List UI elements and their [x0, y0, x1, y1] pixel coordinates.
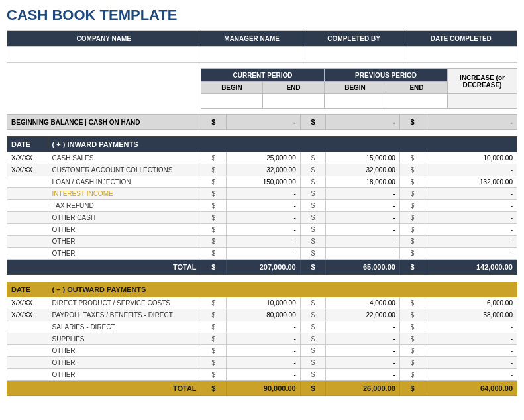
inward-row-curr3: $ — [399, 224, 425, 236]
outward-data-row: OTHER $ - $ - $ - — [7, 357, 517, 369]
current-period-header: CURRENT PERIOD — [201, 69, 324, 82]
outward-row-curr2: $ — [300, 321, 326, 333]
outward-total-val1: 90,000.00 — [227, 381, 301, 396]
inward-row-val3: - — [425, 248, 517, 260]
current-end-value[interactable] — [262, 94, 324, 109]
outward-row-curr1: $ — [201, 333, 227, 345]
inward-row-desc: INTEREST INCOME — [48, 188, 201, 200]
completed-by-input[interactable] — [303, 47, 405, 63]
manager-name-input[interactable] — [201, 47, 303, 63]
inward-data-row: OTHER CASH $ - $ - $ - — [7, 212, 517, 224]
inward-row-desc: OTHER CASH — [48, 212, 201, 224]
inward-total-curr1: $ — [201, 260, 227, 275]
outward-row-date — [7, 357, 48, 369]
inward-row-date — [7, 248, 48, 260]
current-begin-value[interactable] — [201, 94, 262, 109]
outward-row-val1: - — [227, 321, 301, 333]
inward-row-date — [7, 224, 48, 236]
outward-row-curr1: $ — [201, 357, 227, 369]
outward-row-curr3: $ — [399, 321, 425, 333]
outward-row-date — [7, 369, 48, 381]
increase-decrease-header: INCREASE (or DECREASE) — [448, 69, 517, 94]
current-end-header: END — [262, 82, 324, 94]
inward-row-curr2: $ — [300, 176, 326, 188]
inward-row-val2: - — [326, 188, 400, 200]
inward-row-curr1: $ — [201, 152, 227, 164]
previous-end-value[interactable] — [386, 94, 448, 109]
inward-row-date — [7, 176, 48, 188]
inward-total-val3: 142,000.00 — [425, 260, 517, 275]
balance-val3: - — [425, 115, 517, 130]
outward-data-row: SALARIES - DIRECT $ - $ - $ - — [7, 321, 517, 333]
inward-data-row: LOAN / CASH INJECTION $ 150,000.00 $ 18,… — [7, 176, 517, 188]
inward-row-curr3: $ — [399, 236, 425, 248]
inward-row-curr2: $ — [300, 248, 326, 260]
company-name-input[interactable] — [7, 47, 201, 63]
outward-row-val3: 6,000.00 — [425, 297, 517, 309]
outward-row-desc: OTHER — [48, 345, 201, 357]
outward-row-date — [7, 321, 48, 333]
outward-row-date: X/X/XX — [7, 309, 48, 321]
outward-row-val1: - — [227, 333, 301, 345]
outward-row-curr3: $ — [399, 369, 425, 381]
outward-row-val3: - — [425, 345, 517, 357]
inward-data-row: INTEREST INCOME $ - $ - $ - — [7, 188, 517, 200]
inward-row-val1: 150,000.00 — [227, 176, 301, 188]
outward-row-desc: DIRECT PRODUCT / SERVICE COSTS — [48, 297, 201, 309]
inward-row-desc: OTHER — [48, 248, 201, 260]
inward-row-curr2: $ — [300, 164, 326, 176]
inward-row-curr3: $ — [399, 176, 425, 188]
inward-row-curr2: $ — [300, 212, 326, 224]
outward-data-row: OTHER $ - $ - $ - — [7, 345, 517, 357]
outward-row-val2: - — [326, 321, 400, 333]
header-table: COMPANY NAME MANAGER NAME COMPLETED BY D… — [7, 30, 517, 63]
outward-row-date — [7, 345, 48, 357]
inward-row-curr3: $ — [399, 248, 425, 260]
inward-row-curr2: $ — [300, 200, 326, 212]
inward-row-curr1: $ — [201, 248, 227, 260]
outward-row-curr3: $ — [399, 297, 425, 309]
inward-row-val2: - — [326, 212, 400, 224]
page-title: CASH BOOK TEMPLATE — [7, 7, 517, 24]
outward-row-desc: SALARIES - DIRECT — [48, 321, 201, 333]
inward-row-val3: - — [425, 188, 517, 200]
inward-row-val3: - — [425, 236, 517, 248]
inward-row-curr1: $ — [201, 188, 227, 200]
company-name-header: COMPANY NAME — [7, 31, 201, 47]
inward-row-val2: - — [326, 224, 400, 236]
inward-row-val2: - — [326, 248, 400, 260]
outward-row-val3: - — [425, 357, 517, 369]
outward-data-row: X/X/XX DIRECT PRODUCT / SERVICE COSTS $ … — [7, 297, 517, 309]
outward-date-col-header: DATE — [7, 282, 48, 297]
previous-begin-value[interactable] — [325, 94, 386, 109]
inward-total-val1: 207,000.00 — [227, 260, 301, 275]
inward-row-curr3: $ — [399, 152, 425, 164]
inward-total-row: TOTAL $ 207,000.00 $ 65,000.00 $ 142,000… — [7, 260, 517, 275]
inward-row-val2: 15,000.00 — [326, 152, 400, 164]
outward-total-label: TOTAL — [7, 381, 201, 396]
outward-row-val1: - — [227, 369, 301, 381]
outward-row-curr2: $ — [300, 297, 326, 309]
inward-row-val1: - — [227, 224, 301, 236]
date-completed-input[interactable] — [405, 47, 517, 63]
inward-row-val1: - — [227, 236, 301, 248]
outward-row-val1: 80,000.00 — [227, 309, 301, 321]
inward-row-val1: - — [227, 212, 301, 224]
outward-data-row: OTHER $ - $ - $ - — [7, 369, 517, 381]
inward-row-date: X/X/XX — [7, 152, 48, 164]
inward-data-row: OTHER $ - $ - $ - — [7, 236, 517, 248]
inward-row-val3: - — [425, 212, 517, 224]
inward-row-curr1: $ — [201, 164, 227, 176]
outward-row-val3: - — [425, 333, 517, 345]
outward-section-label: ( – ) OUTWARD PAYMENTS — [48, 282, 517, 297]
inward-row-val3: 10,000.00 — [425, 152, 517, 164]
inward-row-val3: 132,000.00 — [425, 176, 517, 188]
inward-row-curr1: $ — [201, 176, 227, 188]
balance-curr3: $ — [399, 115, 425, 130]
manager-name-header: MANAGER NAME — [201, 31, 303, 47]
increase-value[interactable] — [448, 94, 517, 109]
outward-total-curr3: $ — [399, 381, 425, 396]
outward-total-curr2: $ — [300, 381, 326, 396]
outward-row-curr1: $ — [201, 345, 227, 357]
outward-total-val3: 64,000.00 — [425, 381, 517, 396]
